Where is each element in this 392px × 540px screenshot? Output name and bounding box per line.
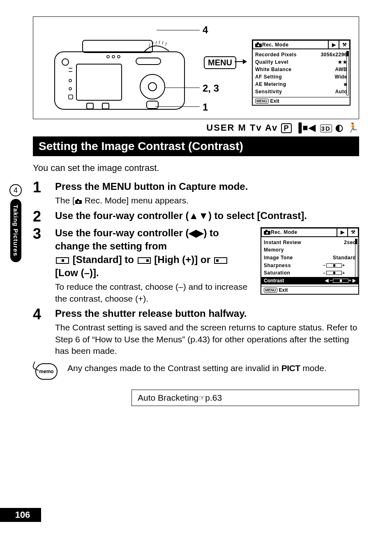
step2-title: Use the four-way controller (▲▼) to sele… [55, 209, 359, 222]
svg-rect-18 [147, 101, 158, 108]
memo-icon: memo [35, 363, 58, 380]
playback-tab-icon: ▶ [337, 228, 348, 237]
menu-glyph: MENU [255, 99, 269, 104]
svg-line-6 [162, 41, 163, 44]
text: Use the four-way controller (◀▶) to chan… [55, 227, 219, 252]
camera-icon [75, 198, 82, 204]
text: [Standard] to [70, 254, 137, 265]
camera-icon [263, 229, 271, 235]
sharpness-slider-icon: –+ [323, 262, 356, 270]
contrast-standard-icon [56, 257, 69, 264]
rec-mode-screen-2: Rec. Mode ▶ ⚒ Instant Review2sec Memory … [261, 227, 359, 295]
scrollbar [355, 239, 357, 285]
rec-row-label: Instant Review [264, 239, 301, 247]
contrast-high-icon [138, 257, 151, 264]
text: Press the [55, 181, 102, 192]
text: mode. [300, 363, 326, 373]
text: [Low (–)]. [55, 267, 99, 278]
rec-tab-title: Rec. Mode [262, 42, 289, 48]
svg-rect-28 [77, 199, 79, 201]
svg-point-20 [69, 88, 71, 90]
rec-tab-rec-mode: Rec. Mode [253, 40, 328, 49]
cross-reference-box: Auto Bracketing ☞ p.63 [131, 390, 359, 406]
svg-point-32 [266, 232, 268, 234]
rec-row-value: Auto [314, 88, 347, 95]
camera-icon [255, 42, 262, 48]
pict-mode-glyph: PICT [281, 363, 300, 373]
step1-desc: The [ Rec. Mode] menu appears. [55, 195, 359, 206]
setup-tab-icon: ⚒ [339, 40, 350, 49]
pointing-hand-icon: ☞ [198, 393, 205, 402]
svg-point-12 [62, 59, 69, 65]
step3-desc: To reduce the contrast, choose (–) and t… [55, 281, 252, 305]
chapter-side-tab: 4 Taking Pictures [8, 184, 23, 262]
leader-line [157, 30, 200, 30]
rec-row-value: AWB [314, 66, 347, 73]
step-number: 2 [33, 209, 55, 224]
contrast-low-icon [214, 257, 227, 264]
page-number: 106 [0, 508, 41, 522]
mode-text: USER M Tv Av [206, 122, 278, 133]
svg-rect-25 [257, 42, 259, 44]
svg-rect-17 [102, 103, 109, 109]
svg-line-7 [166, 42, 166, 46]
menu-button-label: MENU [204, 56, 236, 69]
text: The [ [55, 196, 75, 205]
text: [High (+)] or [152, 254, 213, 265]
saturation-slider-icon: –+ [323, 269, 356, 277]
text: button in Capture mode. [131, 181, 248, 192]
playback-tab-icon: ▶ [328, 40, 339, 49]
svg-point-13 [107, 55, 109, 58]
svg-point-14 [112, 55, 115, 58]
step-number: 4 [33, 307, 55, 322]
mode-p-icon: P [281, 123, 292, 133]
text: Any changes made to the Contrast setting… [67, 363, 281, 373]
svg-point-10 [148, 83, 157, 91]
intro-text: You can set the image contrast. [33, 163, 359, 173]
rec-footer-text: Exit [279, 287, 288, 293]
rec-row-label: Sharpness [264, 262, 291, 270]
section-heading: Setting the Image Contrast (Contrast) [33, 136, 359, 156]
svg-rect-31 [265, 230, 267, 231]
rec-row-value: Wide [314, 73, 347, 81]
svg-rect-16 [87, 103, 93, 109]
rec-row-value: Standard [323, 254, 356, 262]
rec-footer-text: Exit [270, 98, 279, 104]
rec-row-label: Quality Level [255, 58, 288, 66]
arrow-icon [235, 61, 246, 62]
menu-word: MENU [102, 181, 131, 192]
leader-line [155, 106, 200, 107]
step4-title: Press the shutter release button halfway… [55, 307, 359, 320]
step-number: 1 [33, 180, 55, 195]
rec-row-label: Recorded Pixels [255, 51, 297, 58]
rec-row-value [323, 246, 356, 254]
callout-4: 4 [203, 24, 208, 36]
menu-glyph: MENU [264, 288, 277, 293]
rec-row-label: Sensitivity [255, 88, 282, 95]
mode-icons-tail: ▐■◀ 3D ◐ 🏃 [295, 122, 359, 133]
callout-23: 2, 3 [203, 83, 219, 94]
svg-line-4 [156, 41, 157, 44]
svg-point-26 [258, 44, 260, 46]
leader-line [165, 88, 200, 88]
ref-text: Auto Bracketing [138, 393, 198, 403]
svg-point-19 [69, 79, 71, 82]
step1-title: Press the MENU button in Capture mode. [55, 180, 359, 193]
rec-row-label: Saturation [264, 269, 290, 277]
svg-rect-8 [76, 64, 122, 100]
rec-row-label: AE Metering [255, 81, 286, 88]
svg-rect-1 [83, 40, 152, 53]
text: Rec. Mode] menu appears. [82, 196, 189, 205]
rec-tab-title: Rec. Mode [271, 229, 297, 235]
chapter-number: 4 [9, 184, 22, 196]
rec-row-label: White Balance [255, 66, 292, 73]
svg-point-9 [140, 74, 165, 99]
memo-text: Any changes made to the Contrast setting… [67, 363, 359, 373]
top-illustration-frame: 4 2, 3 1 MENU Rec. Mode ▶ ⚒ Recorded Pix… [33, 16, 359, 119]
step-number: 3 [33, 226, 55, 241]
ref-page: p.63 [205, 393, 222, 403]
camera-back-drawing [54, 39, 185, 111]
rec-tab-rec-mode: Rec. Mode [261, 228, 337, 237]
contrast-slider-icon: ◀ –+ ▶ [325, 277, 356, 284]
contrast-highlight-row: Contrast ◀ –+ ▶ [261, 277, 358, 285]
